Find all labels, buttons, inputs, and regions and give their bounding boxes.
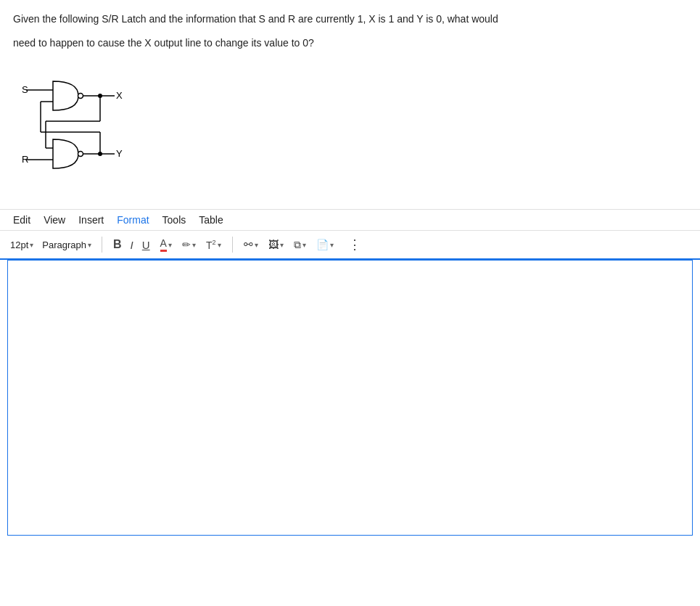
font-size-chevron: ▾ bbox=[30, 241, 33, 249]
superscript-chevron: ▾ bbox=[218, 241, 221, 249]
question-area: Given the following S/R Latch and the in… bbox=[0, 0, 700, 209]
paragraph-button[interactable]: Paragraph ▾ bbox=[39, 238, 94, 252]
link-button[interactable]: ⚯ ▾ bbox=[240, 236, 262, 253]
image-button[interactable]: 🖼 ▾ bbox=[265, 237, 287, 253]
image-chevron: ▾ bbox=[280, 241, 284, 249]
menu-bar: Edit View Insert Format Tools Table bbox=[0, 209, 700, 231]
question-text-line2: need to happen to cause the X output lin… bbox=[13, 36, 687, 51]
font-size-group: 12pt ▾ bbox=[7, 238, 36, 252]
svg-text:S: S bbox=[22, 84, 28, 95]
svg-point-0 bbox=[78, 94, 83, 99]
svg-text:X: X bbox=[116, 90, 123, 101]
copy-format-chevron: ▾ bbox=[302, 241, 306, 249]
image-group: 🖼 ▾ bbox=[265, 237, 287, 253]
copy-format-button[interactable]: ⧉ ▾ bbox=[290, 237, 310, 253]
bold-button[interactable]: B bbox=[110, 236, 125, 253]
italic-button[interactable]: I bbox=[127, 237, 137, 253]
copy-format-group: ⧉ ▾ bbox=[290, 237, 310, 253]
text-format-group: B I U bbox=[110, 236, 154, 253]
font-size-button[interactable]: 12pt ▾ bbox=[7, 238, 36, 252]
superscript-group: T2 ▾ bbox=[202, 237, 225, 253]
divider-2 bbox=[232, 237, 233, 253]
sr-latch-diagram: S R X Y bbox=[20, 60, 687, 202]
question-text-line1: Given the following S/R Latch and the in… bbox=[13, 12, 687, 27]
insert-special-chevron: ▾ bbox=[330, 241, 334, 249]
svg-text:Y: Y bbox=[116, 148, 123, 159]
more-button[interactable]: ⋮ bbox=[345, 234, 366, 255]
highlight-chevron: ▾ bbox=[192, 241, 196, 249]
font-color-chevron: ▾ bbox=[168, 241, 172, 249]
editor-area[interactable] bbox=[7, 260, 693, 536]
svg-text:R: R bbox=[22, 154, 28, 165]
insert-special-group: 📄 ▾ bbox=[313, 237, 337, 253]
more-group: ⋮ bbox=[345, 234, 366, 255]
highlight-button[interactable]: ✏ ▾ bbox=[178, 237, 199, 253]
menu-edit[interactable]: Edit bbox=[13, 214, 30, 226]
font-color-group: A ▾ bbox=[157, 235, 176, 254]
font-color-button[interactable]: A ▾ bbox=[157, 235, 176, 254]
paragraph-chevron: ▾ bbox=[88, 241, 91, 249]
menu-tools[interactable]: Tools bbox=[162, 214, 186, 226]
highlight-group: ✏ ▾ bbox=[178, 237, 199, 253]
svg-point-1 bbox=[78, 152, 83, 157]
link-group: ⚯ ▾ bbox=[240, 236, 262, 253]
menu-table[interactable]: Table bbox=[199, 214, 223, 226]
insert-special-button[interactable]: 📄 ▾ bbox=[313, 237, 337, 253]
menu-insert[interactable]: Insert bbox=[78, 214, 104, 226]
underline-button[interactable]: U bbox=[139, 237, 154, 253]
superscript-button[interactable]: T2 ▾ bbox=[202, 237, 225, 253]
menu-format[interactable]: Format bbox=[117, 214, 149, 226]
paragraph-group: Paragraph ▾ bbox=[39, 238, 94, 252]
link-chevron: ▾ bbox=[255, 241, 258, 249]
divider-1 bbox=[102, 237, 102, 253]
menu-view[interactable]: View bbox=[44, 214, 65, 226]
toolbar: 12pt ▾ Paragraph ▾ B I U A ▾ ✏ ▾ bbox=[0, 231, 700, 260]
